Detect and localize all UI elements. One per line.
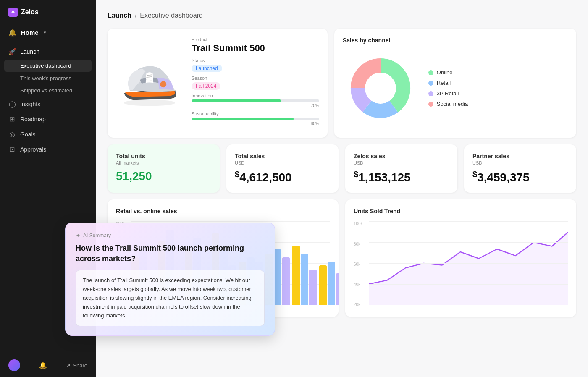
metric-total-sales: Total sales USD $4,612,500	[226, 144, 339, 193]
launch-sub-items: Executive dashboard This week's progress…	[0, 60, 96, 97]
sustainability-pct: 80%	[192, 121, 319, 126]
innovation-progress-fill	[192, 99, 281, 102]
svg-point-0	[124, 99, 175, 106]
home-icon: 🔔	[8, 29, 17, 37]
line-chart-inner	[354, 221, 568, 307]
breadcrumb: Launch / Executive dashboard	[108, 12, 576, 19]
sidebar-item-insights[interactable]: ◯ Insights	[0, 97, 96, 112]
share-button[interactable]: ↗ Share	[66, 362, 87, 369]
sidebar-item-roadmap[interactable]: ⊞ Roadmap	[0, 112, 96, 127]
app-name: Zelos	[21, 8, 39, 16]
bar	[301, 254, 308, 306]
notification-icon[interactable]: 🔔	[39, 361, 47, 369]
sidebar-item-launch[interactable]: 🚀 Launch	[0, 44, 96, 59]
donut-chart-wrap: Online Retail 3P Retail Social media	[343, 50, 568, 126]
avatar[interactable]	[8, 359, 20, 371]
season-row: Season Fall 2024	[192, 76, 319, 90]
status-label: Status	[192, 58, 319, 63]
retail-dot	[428, 81, 433, 86]
home-arrow-icon: ▾	[44, 30, 46, 35]
app-logo[interactable]: Zelos	[0, 0, 96, 24]
innovation-progress-bg	[192, 99, 319, 102]
bar	[309, 270, 317, 306]
line-chart-container: 100k 80k 60k 40k 20k	[354, 221, 568, 307]
metric-label-total-units: Total units	[116, 153, 211, 160]
product-image-wrap	[116, 50, 183, 117]
sustainability-progress-bg	[192, 118, 319, 120]
home-label: Home	[21, 29, 39, 36]
logo-icon	[8, 8, 18, 17]
status-row: Status Launched	[192, 58, 319, 72]
line-chart-y-axis: 100k 80k 60k 40k 20k	[354, 221, 367, 307]
bar-group	[292, 246, 317, 306]
metric-sub-total-units: All markets	[116, 160, 211, 165]
roadmap-label: Roadmap	[20, 116, 46, 123]
metric-value-partner-sales: $3,459,375	[472, 170, 568, 184]
innovation-row: Innovation 70%	[192, 93, 319, 108]
legend-social-media: Social media	[428, 101, 468, 107]
metric-label-partner-sales: Partner sales	[472, 153, 568, 160]
product-info: Product Trail Summit 500 Status Launched…	[192, 37, 319, 129]
insights-icon: ◯	[8, 100, 16, 108]
legend-3p-retail: 3P Retail	[428, 90, 468, 97]
metric-label-zelos-sales: Zelos sales	[354, 153, 449, 160]
ai-summary-popup: ✦ AI Summary How is the Trail Summit 500…	[65, 223, 275, 336]
line-chart-svg	[369, 221, 568, 305]
approvals-icon: ⊡	[8, 146, 16, 153]
ai-summary-label: AI Summary	[83, 233, 111, 238]
line-chart-card: Units Sold Trend 100k 80k 60k 40k 20k	[345, 199, 576, 317]
product-label: Product	[192, 37, 319, 42]
online-dot	[428, 70, 433, 75]
sidebar-footer: 🔔 ↗ Share	[0, 353, 96, 377]
metric-value-total-sales: $4,612,500	[235, 170, 330, 184]
bar	[336, 273, 339, 305]
channel-legend: Online Retail 3P Retail Social media	[428, 69, 468, 107]
legend-online: Online	[428, 69, 468, 76]
metric-sub-zelos-sales: USD	[354, 160, 449, 165]
svg-point-10	[366, 74, 395, 102]
innovation-pct: 70%	[192, 103, 319, 108]
insights-label: Insights	[20, 101, 40, 107]
metric-value-zelos-sales: $1,153,125	[354, 170, 449, 184]
bar-group	[319, 262, 339, 306]
social-media-dot	[428, 102, 433, 107]
3p-retail-dot	[428, 91, 433, 96]
svg-line-2	[147, 77, 152, 77]
launch-icon: 🚀	[8, 48, 16, 55]
sustainability-progress-fill	[192, 118, 294, 120]
bar-chart-title: Retail vs. online sales	[116, 208, 330, 215]
metric-sub-total-sales: USD	[235, 160, 330, 165]
ai-summary-text: The launch of Trail Summit 500 is exceed…	[83, 277, 252, 318]
season-badge: Fall 2024	[192, 82, 220, 90]
bar	[292, 246, 300, 306]
sales-channel-title: Sales by channel	[343, 37, 568, 44]
metric-sub-partner-sales: USD	[472, 160, 568, 165]
metric-zelos-sales: Zelos sales USD $1,153,125	[345, 144, 457, 193]
sidebar-item-goals[interactable]: ◎ Goals	[0, 127, 96, 142]
breadcrumb-separator: /	[135, 12, 136, 19]
ai-summary-header: ✦ AI Summary	[76, 232, 265, 239]
sidebar-item-shipped-vs-estimated[interactable]: Shipped vs estimated	[0, 84, 96, 97]
line-chart-title: Units Sold Trend	[354, 208, 568, 215]
sidebar-item-executive-dashboard[interactable]: Executive dashboard	[4, 60, 92, 72]
sidebar-item-approvals[interactable]: ⊡ Approvals	[0, 142, 96, 157]
goals-label: Goals	[20, 131, 36, 138]
metrics-row: Total units All markets 51,250 Total sal…	[108, 144, 576, 193]
ai-icon: ✦	[76, 232, 81, 239]
bar	[319, 265, 327, 305]
legend-retail: Retail	[428, 80, 468, 86]
donut-chart	[343, 50, 418, 126]
product-card: Product Trail Summit 500 Status Launched…	[108, 29, 328, 138]
sustainability-label: Sustainability	[192, 111, 319, 116]
launch-label: Launch	[20, 48, 39, 55]
metric-partner-sales: Partner sales USD $3,459,375	[464, 144, 576, 193]
line-chart-area-fill	[369, 230, 568, 306]
home-nav[interactable]: 🔔 Home ▾	[0, 24, 96, 41]
sidebar-item-this-weeks-progress[interactable]: This week's progress	[0, 72, 96, 84]
breadcrumb-launch[interactable]: Launch	[108, 12, 131, 19]
metric-label-total-sales: Total sales	[235, 153, 330, 160]
ai-summary-text-box: The launch of Trail Summit 500 is exceed…	[76, 270, 265, 326]
share-arrow-icon: ↗	[66, 362, 71, 369]
approvals-label: Approvals	[20, 146, 46, 153]
svg-line-3	[146, 79, 152, 79]
